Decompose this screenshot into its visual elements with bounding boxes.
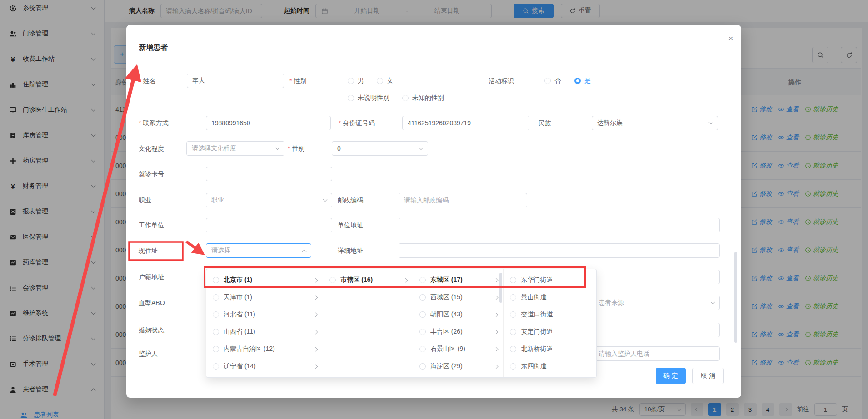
- contact-input[interactable]: [206, 116, 331, 130]
- radio-gender-unspecified[interactable]: 未说明性别: [348, 94, 389, 102]
- chevron-down-icon: [419, 146, 424, 150]
- modal-scrollbar[interactable]: [734, 252, 737, 343]
- chevron-right-icon: [494, 278, 499, 282]
- unit-address-label: 单位地址: [338, 221, 363, 230]
- chevron-right-icon: [494, 330, 499, 334]
- education-select[interactable]: 请选择文化程度: [186, 141, 284, 156]
- active-flag-label: 活动标识: [489, 76, 514, 85]
- radio-gender-unknown[interactable]: 未知的性别: [402, 94, 444, 102]
- cascader-option-shijingshan[interactable]: 石景山区 (9): [413, 340, 504, 358]
- gender-radio-group: 男 女: [348, 74, 393, 88]
- guardian-phone-input[interactable]: [593, 346, 720, 361]
- active-flag-radio-group: 否 是: [544, 74, 591, 88]
- cascader-district-column: 东城区 (17) 西城区 (15) 朝阳区 (43) 丰台区 (26) 石景山区…: [413, 269, 504, 377]
- contact-label: 联系方式: [139, 118, 168, 128]
- cascader-option-jingshan[interactable]: 景山街道: [504, 289, 596, 306]
- gender2-select[interactable]: 0: [332, 141, 428, 156]
- chevron-right-icon: [314, 295, 318, 300]
- dialog-title: 新增患者: [139, 43, 168, 53]
- cascader-province-column: 北京市 (1) 天津市 (1) 河北省 (11) 山西省 (11) 内蒙古自治区…: [206, 269, 323, 377]
- postal-code-input[interactable]: [399, 193, 527, 207]
- add-patient-dialog: 新增患者 × 姓名 性别 男 女 活动标识 否 是 未说明性别 未知的性别 联系…: [126, 25, 741, 398]
- cascader-option-donghuamen[interactable]: 东华门街道: [504, 271, 596, 289]
- chevron-right-icon: [314, 364, 318, 369]
- chevron-right-icon: [404, 278, 408, 282]
- cascader-option-liaoning[interactable]: 辽宁省 (14): [206, 358, 323, 375]
- cascader-street-column: 东华门街道 景山街道 交道口街道 安定门街道 北新桥街道 东四街道: [504, 269, 596, 377]
- name-input[interactable]: [187, 74, 284, 88]
- chevron-right-icon: [314, 278, 318, 282]
- current-address-cascader[interactable]: 请选择: [206, 243, 311, 258]
- work-unit-label: 工作单位: [139, 221, 164, 230]
- unit-address-input[interactable]: [399, 218, 720, 232]
- cascader-city-column: 市辖区 (16): [323, 269, 413, 377]
- chevron-right-icon: [494, 295, 499, 300]
- ethnicity-select[interactable]: 达斡尔族: [592, 116, 718, 130]
- cascader-option-tianjin[interactable]: 天津市 (1): [206, 289, 323, 306]
- cascader-option-neimenggu[interactable]: 内蒙古自治区 (12): [206, 340, 323, 358]
- confirm-button[interactable]: 确 定: [656, 368, 686, 384]
- detail-address-input[interactable]: [399, 243, 720, 258]
- chevron-right-icon: [314, 330, 318, 334]
- chevron-right-icon: [314, 347, 318, 351]
- address-cascader-dropdown: 北京市 (1) 天津市 (1) 河北省 (11) 山西省 (11) 内蒙古自治区…: [206, 269, 597, 378]
- cascader-option-beixinqiao[interactable]: 北新桥街道: [504, 340, 596, 358]
- chevron-down-icon: [709, 120, 713, 125]
- cascader-option-andingmen[interactable]: 安定门街道: [504, 323, 596, 340]
- cascader-option-dongsi[interactable]: 东四街道: [504, 358, 596, 375]
- cascader-option-xicheng[interactable]: 西城区 (15): [413, 289, 504, 306]
- marital-status-label: 婚姻状态: [139, 325, 164, 335]
- patient-source-select[interactable]: 患者来源: [593, 296, 720, 310]
- radio-active-yes[interactable]: 是: [574, 77, 591, 85]
- divider: [126, 60, 741, 60]
- chevron-right-icon: [494, 364, 499, 369]
- blood-type-label: 血型ABO: [139, 298, 165, 307]
- radio-female[interactable]: 女: [377, 77, 393, 85]
- chevron-down-icon: [323, 197, 328, 202]
- cascader-option-beijing[interactable]: 北京市 (1): [206, 271, 323, 289]
- chevron-up-icon: [302, 249, 307, 254]
- cancel-button[interactable]: 取 消: [692, 368, 724, 384]
- ethnicity-label: 民族: [539, 118, 551, 128]
- cascader-option-haidian[interactable]: 海淀区 (29): [413, 358, 504, 375]
- cascader-option-chaoyang[interactable]: 朝阳区 (43): [413, 306, 504, 323]
- registered-address-label: 户籍地址: [139, 272, 164, 281]
- work-unit-input[interactable]: [206, 218, 332, 232]
- cascader-option-fengtai[interactable]: 丰台区 (26): [413, 323, 504, 340]
- gender2-label: 性别: [288, 144, 304, 153]
- cascader-option-shixiaqu[interactable]: 市辖区 (16): [323, 271, 413, 289]
- cascader-option-hebei[interactable]: 河北省 (11): [206, 306, 323, 323]
- cascader-option-shanxi[interactable]: 山西省 (11): [206, 323, 323, 340]
- chevron-right-icon: [314, 312, 318, 317]
- radio-active-no[interactable]: 否: [544, 77, 561, 85]
- detail-address-label: 详细地址: [338, 246, 363, 255]
- postal-code-label: 邮政编码: [338, 196, 363, 205]
- chevron-right-icon: [494, 347, 499, 351]
- close-icon[interactable]: ×: [725, 33, 736, 44]
- guardian-label: 监护人: [139, 349, 158, 358]
- occupation-select[interactable]: 职业: [206, 193, 332, 207]
- occupation-label: 职业: [139, 196, 151, 205]
- id-number-input[interactable]: [402, 116, 529, 130]
- radio-male[interactable]: 男: [348, 77, 364, 85]
- name-label: 姓名: [139, 76, 155, 85]
- education-label: 文化程度: [139, 144, 164, 153]
- visit-card-label: 就诊卡号: [139, 169, 164, 178]
- current-address-label: 现住址: [139, 246, 158, 255]
- id-number-label: 身份证号码: [339, 118, 374, 128]
- chevron-down-icon: [711, 300, 715, 305]
- gender-label: 性别: [289, 76, 306, 85]
- cascader-option-jiaodaokou[interactable]: 交道口街道: [504, 306, 596, 323]
- gender-radio-group-2: 未说明性别 未知的性别: [348, 91, 444, 105]
- chevron-right-icon: [494, 312, 499, 317]
- visit-card-input[interactable]: [206, 167, 332, 181]
- cascader-scrollbar[interactable]: [499, 273, 502, 303]
- cascader-option-dongcheng[interactable]: 东城区 (17): [413, 271, 504, 289]
- chevron-down-icon: [275, 146, 280, 150]
